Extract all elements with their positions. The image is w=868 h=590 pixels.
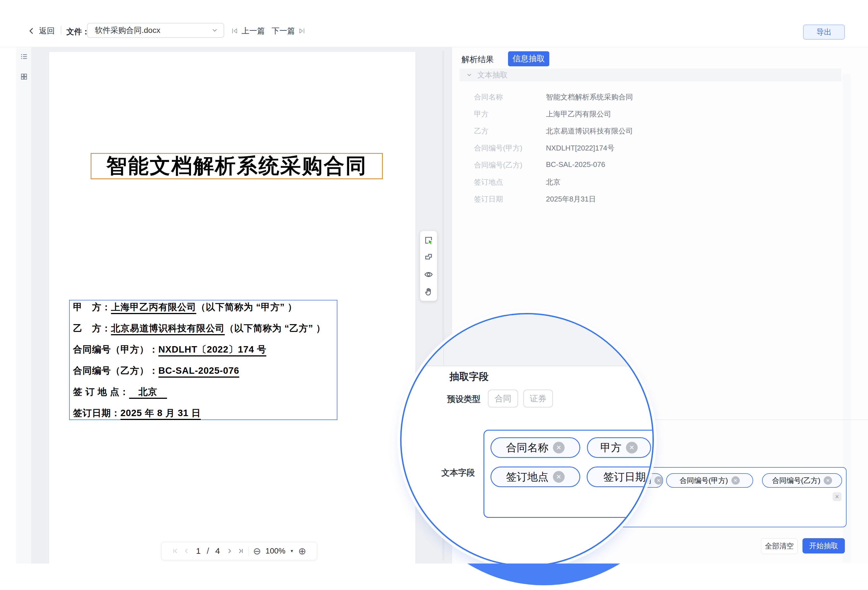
export-button[interactable]: 导出 <box>803 25 845 40</box>
zoom-caret-icon[interactable]: ▼ <box>290 549 294 553</box>
doc-line: 合同编号（乙方）：BC-SAL-2025-076 <box>73 364 239 376</box>
marquee-select-icon[interactable] <box>424 236 433 245</box>
last-page-icon[interactable] <box>237 548 244 554</box>
kv-label: 合同编号(乙方) <box>474 160 522 170</box>
magnified-field-tag: 签订日期 ✕ <box>587 466 654 487</box>
file-select-value: 软件采购合同.docx <box>95 25 160 36</box>
viewer-toolbar <box>420 231 437 301</box>
skip-prev-icon[interactable] <box>231 27 239 35</box>
magnifier-base-arc <box>399 563 689 585</box>
page-separator: / <box>207 546 209 556</box>
doc-title-highlight-box: 智能文档解析系统采购合同 <box>91 153 383 179</box>
thumbnail-grid-icon[interactable] <box>20 73 28 81</box>
tab-info-extract[interactable]: 信息抽取 <box>508 51 549 66</box>
page-footer-strip <box>0 563 868 590</box>
remove-tag-icon: ✕ <box>553 471 565 483</box>
prev-page-icon[interactable] <box>183 548 190 554</box>
tab-info-extract-label: 信息抽取 <box>512 53 545 64</box>
kv-label: 合同编号(甲方) <box>474 143 522 153</box>
magnified-section-title: 抽取字段 <box>449 370 489 383</box>
kv-value: 2025年8月31日 <box>546 194 596 204</box>
kv-value: 智能文档解析系统采购合同 <box>546 92 633 102</box>
kv-label: 甲方 <box>474 109 489 119</box>
file-select[interactable]: 软件采购合同.docx <box>87 23 224 38</box>
preset-chip-contract: 合同 <box>488 389 518 407</box>
magnified-field-tag: 合同名称 ✕ <box>490 437 580 458</box>
doc-line: 甲 方：上海甲乙丙有限公司（以下简称为 “甲方” ） <box>73 301 297 313</box>
clear-all-button[interactable]: 全部清空 <box>761 538 798 554</box>
kv-value: 北京易道博识科技有限公司 <box>546 126 633 136</box>
remove-tag-icon: ✕ <box>553 442 565 453</box>
preset-chip-securities: 证券 <box>523 389 553 407</box>
zoom-out-icon[interactable]: ⊖ <box>253 546 261 556</box>
eye-icon[interactable] <box>424 270 433 279</box>
pager-divider <box>248 546 249 556</box>
page-toolbar: 1 / 4 ⊖ 100% ▼ ⊕ <box>161 542 317 560</box>
kv-value: NXDLHT[2022]174号 <box>546 143 614 153</box>
overlap-squares-icon[interactable] <box>424 252 433 262</box>
kv-label: 签订日期 <box>474 194 503 204</box>
collapse-chevron-icon[interactable] <box>466 72 472 78</box>
magnifier-lens: 抽取字段 预设类型 合同 证券 文本字段 合同名称 ✕ 甲方 ✕ 签订地点 ✕ … <box>400 313 654 566</box>
chevron-down-icon <box>211 27 218 34</box>
outline-list-icon[interactable] <box>20 53 28 60</box>
remove-tag-icon[interactable]: ✕ <box>824 476 832 485</box>
kv-value: 上海甲乙丙有限公司 <box>546 109 611 119</box>
doc-nav: 上一篇 下一篇 <box>231 26 306 36</box>
doc-line: 合同编号（甲方）：NXDLHT〔2022〕174 号 <box>73 343 266 355</box>
doc-details-highlight-box <box>69 300 337 420</box>
export-label: 导出 <box>816 27 831 37</box>
doc-line: 乙 方：北京易道博识科技有限公司（以下简称为 “乙方” ） <box>73 322 325 334</box>
kv-label: 签订地点 <box>474 177 503 187</box>
tab-parse-result[interactable]: 解析结果 <box>462 54 494 65</box>
first-page-icon[interactable] <box>172 548 179 554</box>
zoom-level[interactable]: 100% <box>266 547 285 555</box>
kv-label: 合同名称 <box>474 92 503 102</box>
kv-value: BC-SAL-2025-076 <box>546 160 605 169</box>
doc-line: 签订日期：2025 年 8 月 31 日 <box>73 407 201 419</box>
magnified-fields-input: 合同名称 ✕ 甲方 ✕ 签订地点 ✕ 签订日期 ✕ <box>484 430 654 518</box>
top-bar: 返回 文件： 软件采购合同.docx 上一篇 下一篇 导出 <box>0 0 868 47</box>
file-label: 文件： <box>66 27 90 37</box>
remove-tag-icon[interactable]: ✕ <box>654 476 663 485</box>
left-rail <box>16 47 31 563</box>
back-chevron-icon <box>28 27 35 35</box>
back-label: 返回 <box>39 26 55 36</box>
prev-doc-button[interactable]: 上一篇 <box>242 26 265 36</box>
clear-input-icon[interactable]: ✕ <box>833 492 841 501</box>
magnified-field-tag: 甲方 ✕ <box>587 437 651 458</box>
field-tag[interactable]: 合同编号(乙方) ✕ <box>762 473 842 488</box>
skip-next-icon[interactable] <box>298 27 306 35</box>
topbar-divider <box>61 26 61 34</box>
hand-pan-icon[interactable] <box>424 287 433 296</box>
preset-type-label: 预设类型 <box>447 394 480 405</box>
back-button[interactable]: 返回 <box>28 26 55 36</box>
text-fields-label: 文本字段 <box>441 467 475 478</box>
total-pages: 4 <box>215 546 220 556</box>
remove-tag-icon: ✕ <box>626 442 638 453</box>
text-extract-section-header[interactable]: 文本抽取 <box>459 69 841 81</box>
section-label: 文本抽取 <box>477 70 508 80</box>
remove-tag-icon[interactable]: ✕ <box>731 476 740 485</box>
current-page[interactable]: 1 <box>196 546 201 556</box>
zoom-in-icon[interactable]: ⊕ <box>298 546 306 556</box>
field-tag[interactable]: 合同编号(甲方) ✕ <box>666 473 753 488</box>
magnified-field-tag: 签订地点 ✕ <box>490 466 580 487</box>
doc-line: 签 订 地 点： 北京 <box>73 386 167 397</box>
kv-label: 乙方 <box>474 126 489 136</box>
doc-title: 智能文档解析系统采购合同 <box>106 152 367 180</box>
next-doc-button[interactable]: 下一篇 <box>272 26 295 36</box>
start-extract-button[interactable]: 开始抽取 <box>803 538 845 553</box>
kv-value: 北京 <box>546 177 561 187</box>
next-page-icon[interactable] <box>226 548 233 554</box>
